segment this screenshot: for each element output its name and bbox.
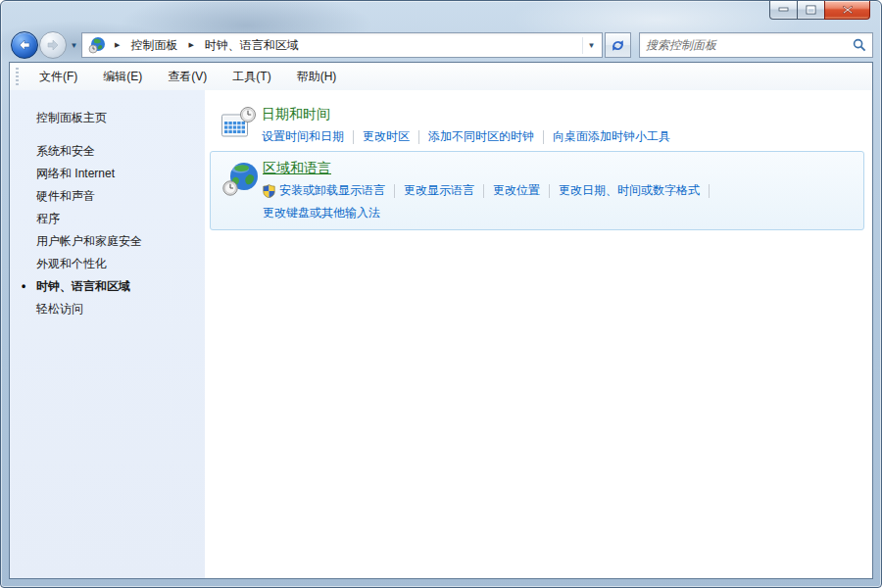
refresh-icon (611, 38, 625, 53)
section-region-language[interactable]: 区域和语言 (210, 151, 864, 230)
address-dropdown-button[interactable]: ▼ (582, 37, 600, 54)
date-time-title-link[interactable]: 日期和时间 (262, 106, 330, 123)
link-change-keyboards-input-methods[interactable]: 更改键盘或其他输入法 (263, 205, 380, 221)
sidebar-item-clock-language-region[interactable]: • 时钟、语言和区域 (10, 275, 205, 298)
link-divider (394, 184, 395, 198)
menu-file[interactable]: 文件(F) (26, 65, 90, 89)
client-area: 文件(F) 编辑(E) 查看(V) 工具(T) 帮助(H) 控制面板主页 系统和… (9, 62, 873, 579)
link-divider (549, 184, 550, 198)
link-add-clock-gadget[interactable]: 向桌面添加时钟小工具 (553, 128, 670, 145)
region-language-title-link[interactable]: 区域和语言 (263, 160, 331, 177)
breadcrumb-control-panel[interactable]: 控制面板 (126, 34, 181, 57)
search-icon (853, 38, 866, 52)
calendar-clock-icon[interactable] (220, 104, 262, 145)
link-divider (418, 130, 419, 144)
forward-button[interactable] (39, 31, 67, 59)
region-language-links-row1: 安装或卸载显示语言 更改显示语言 更改位置 更改日期、时间或数字格式 (263, 182, 718, 199)
link-install-uninstall-languages[interactable]: 安装或卸载显示语言 (279, 182, 385, 199)
link-change-location[interactable]: 更改位置 (493, 182, 540, 199)
search-input[interactable] (646, 38, 853, 52)
link-divider (709, 184, 710, 198)
back-arrow-icon (18, 39, 31, 51)
link-set-time-date[interactable]: 设置时间和日期 (262, 128, 344, 145)
back-button[interactable] (11, 31, 38, 59)
menu-edit[interactable]: 编辑(E) (90, 65, 155, 89)
link-divider (483, 184, 484, 198)
breadcrumb-arrow-icon: ▶ (108, 41, 126, 49)
breadcrumb-arrow-icon: ▶ (181, 41, 200, 49)
clock-region-icon (88, 36, 106, 54)
sidebar: 控制面板主页 系统和安全 网络和 Internet 硬件和声音 程序 用户帐户和… (10, 90, 205, 578)
recent-pages-dropdown[interactable]: ▼ (67, 32, 81, 58)
sidebar-item-home[interactable]: 控制面板主页 (10, 108, 205, 128)
menu-bar: 文件(F) 编辑(E) 查看(V) 工具(T) 帮助(H) (10, 63, 872, 90)
link-change-display-language[interactable]: 更改显示语言 (404, 182, 474, 199)
chevron-down-icon: ▼ (71, 41, 78, 50)
search-box[interactable] (639, 32, 873, 58)
sidebar-item-programs[interactable]: 程序 (10, 208, 205, 230)
sidebar-item-ease-of-access[interactable]: 轻松访问 (10, 298, 205, 320)
sidebar-item-user-accounts[interactable]: 用户帐户和家庭安全 (10, 230, 205, 253)
link-add-clocks[interactable]: 添加不同时区的时钟 (428, 128, 534, 145)
sidebar-item-label: 时钟、语言和区域 (36, 279, 130, 293)
refresh-button[interactable] (605, 32, 631, 58)
minimize-button[interactable] (769, 1, 798, 20)
uac-shield-icon (263, 184, 275, 198)
sidebar-item-appearance[interactable]: 外观和个性化 (10, 253, 205, 275)
link-divider (353, 130, 354, 144)
content: 控制面板主页 系统和安全 网络和 Internet 硬件和声音 程序 用户帐户和… (10, 90, 872, 578)
address-bar[interactable]: ▶ 控制面板 ▶ 时钟、语言和区域 ▼ (81, 32, 603, 58)
maximize-icon (806, 5, 816, 15)
control-panel-window: ▼ ▶ 控制面板 ▶ 时钟、语言和区域 ▼ (0, 0, 882, 588)
window-controls (769, 1, 870, 20)
forward-arrow-icon (46, 39, 60, 51)
minimize-icon (778, 7, 789, 13)
globe-clock-icon[interactable] (221, 158, 263, 221)
menu-tools[interactable]: 工具(T) (220, 65, 283, 89)
active-item-bullet-icon: • (22, 275, 25, 298)
region-language-links-row2: 更改键盘或其他输入法 (263, 205, 718, 221)
date-time-links: 设置时间和日期 更改时区 添加不同时区的时钟 向桌面添加时钟小工具 (262, 128, 670, 145)
breadcrumb-clock-language-region[interactable]: 时钟、语言和区域 (201, 34, 303, 57)
link-change-date-time-number-formats[interactable]: 更改日期、时间或数字格式 (559, 182, 700, 199)
link-divider (543, 130, 544, 144)
section-date-time: 日期和时间 设置时间和日期 更改时区 添加不同时区的时钟 向桌面添加时钟小工具 (205, 104, 872, 145)
close-button[interactable] (824, 1, 870, 20)
sidebar-item-network-internet[interactable]: 网络和 Internet (10, 163, 205, 185)
main-panel: 日期和时间 设置时间和日期 更改时区 添加不同时区的时钟 向桌面添加时钟小工具 (205, 90, 872, 578)
maximize-button[interactable] (798, 1, 824, 20)
sidebar-item-system-security[interactable]: 系统和安全 (10, 140, 205, 163)
sidebar-item-hardware-sound[interactable]: 硬件和声音 (10, 185, 205, 208)
chevron-down-icon: ▼ (588, 41, 596, 50)
link-change-time-zone[interactable]: 更改时区 (363, 128, 410, 145)
menu-view[interactable]: 查看(V) (155, 65, 220, 89)
navigation-bar: ▼ ▶ 控制面板 ▶ 时钟、语言和区域 ▼ (9, 28, 873, 62)
close-icon (842, 5, 854, 15)
menu-help[interactable]: 帮助(H) (284, 65, 350, 89)
menubar-grip-handle[interactable] (16, 68, 19, 85)
